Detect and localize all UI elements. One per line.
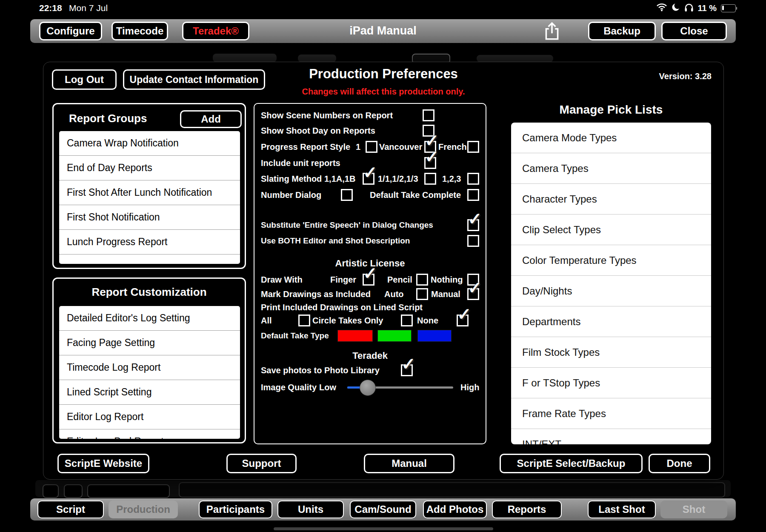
tab-script-label: Script	[56, 503, 85, 515]
take-type-red-swatch[interactable]	[337, 330, 373, 342]
scripte-website-button[interactable]: ScriptE Website	[57, 454, 149, 473]
manage-pick-lists-title: Manage Pick Lists	[511, 103, 711, 117]
tab-add-photos[interactable]: Add Photos	[423, 501, 487, 518]
pref-label: Show Scene Numbers on Report	[261, 108, 393, 123]
pick-list-item[interactable]: Day/Nights	[511, 276, 711, 306]
pref-label: Use BOTH Editor and Shot Description	[261, 233, 410, 249]
checkbox[interactable]: ✓	[401, 364, 413, 376]
list-item[interactable]: Lined Script Setting	[59, 380, 240, 405]
slider-high-label: High	[460, 380, 479, 395]
take-type-green-swatch[interactable]	[377, 330, 412, 342]
checkbox[interactable]: ✓	[363, 274, 374, 286]
pref-label: Include unit reports	[261, 155, 340, 171]
manual-button[interactable]: Manual	[364, 454, 454, 473]
close-button[interactable]: Close	[661, 22, 727, 40]
take-type-blue-swatch[interactable]	[417, 330, 452, 342]
list-item[interactable]: Camera Wrap Notification	[59, 131, 240, 156]
tab-cam-sound[interactable]: Cam/Sound	[350, 501, 416, 518]
report-customization-panel: Report Customization Detailed Editor's L…	[52, 277, 246, 443]
tab-reports[interactable]: Reports	[492, 501, 562, 518]
manage-pick-lists-label: Manage Pick Lists	[560, 103, 663, 116]
list-item[interactable]: Lunch Progress Report	[59, 230, 240, 255]
checkbox[interactable]: ✓	[416, 288, 428, 300]
list-item[interactable]: First Shot Notification	[59, 205, 240, 230]
checkbox[interactable]: ✓	[341, 189, 353, 201]
checkbox[interactable]: ✓	[363, 173, 374, 185]
tab-last-shot-label: Last Shot	[598, 503, 645, 515]
checkbox[interactable]: ✓	[366, 141, 377, 153]
pick-list-item[interactable]: Camera Types	[511, 153, 711, 184]
tab-script[interactable]: Script	[37, 501, 104, 518]
list-item[interactable]: Facing Page Setting	[59, 331, 240, 355]
tab-participants-label: Participants	[206, 503, 265, 515]
checkbox[interactable]: ✓	[467, 219, 479, 231]
checkbox[interactable]: ✓	[416, 274, 428, 286]
top-toolbar: Configure Timecode Teradek® iPad Manual …	[30, 19, 736, 43]
pref-row: Progress Report Style 1 ✓ Vancouver ✓ Fr…	[254, 139, 486, 154]
list-item[interactable]: Timecode Log Report	[59, 355, 240, 380]
tab-reports-label: Reports	[508, 503, 546, 515]
checkbox[interactable]: ✓	[424, 173, 436, 185]
checkbox[interactable]: ✓	[457, 315, 469, 326]
checkbox[interactable]: ✓	[467, 141, 479, 153]
background-remnant	[477, 55, 553, 62]
version-text: Version: 3.28	[659, 72, 712, 81]
list-item[interactable]: First Shot After Lunch Notification	[59, 180, 240, 205]
slider-knob[interactable]	[360, 380, 376, 396]
pick-list-item[interactable]: INT/EXT	[511, 429, 711, 444]
pick-list-item[interactable]: Departments	[511, 306, 711, 337]
list-item[interactable]: Detailed Editor's Log Setting	[59, 306, 240, 331]
production-preferences-modal: Log Out Update Contact Information Produ…	[43, 62, 724, 480]
share-icon[interactable]	[543, 21, 561, 43]
checkbox[interactable]: ✓	[467, 288, 479, 300]
pick-list-item[interactable]: Camera Mode Types	[511, 123, 711, 153]
pick-list-item[interactable]: Frame Rate Types	[511, 398, 711, 429]
checkbox[interactable]: ✓	[401, 315, 413, 326]
pref-label: Number Dialog	[261, 187, 321, 203]
bottom-toolbar: Script Production Participants Units Cam…	[30, 498, 736, 521]
list-item[interactable]: Editor Log Pad Report	[59, 429, 240, 439]
home-indicator[interactable]	[274, 527, 493, 530]
tab-last-shot[interactable]: Last Shot	[588, 501, 656, 518]
done-button[interactable]: Done	[649, 454, 710, 473]
pref-row: Draw With Finger ✓ Pencil ✓ Nothing ✓	[254, 272, 486, 287]
background-remnant	[64, 484, 83, 498]
tab-participants[interactable]: Participants	[199, 501, 272, 518]
checkbox[interactable]: ✓	[467, 235, 479, 247]
backup-button[interactable]: Backup	[588, 22, 656, 40]
list-item[interactable]: End of Day Reports	[59, 156, 240, 180]
add-label: Add	[201, 113, 221, 125]
option-label: Pencil	[387, 272, 412, 287]
scripte-select-backup-button[interactable]: ScriptE Select/Backup	[500, 454, 643, 473]
tab-production[interactable]: Production	[109, 501, 178, 518]
pref-label: Slating Method	[261, 171, 322, 186]
pref-row: Show Scene Numbers on Report ✓	[254, 108, 486, 123]
checkbox[interactable]: ✓	[423, 109, 434, 121]
pref-label: Default Take Complete	[370, 187, 461, 203]
add-report-group-button[interactable]: Add	[180, 110, 242, 128]
image-quality-row: Image Quality Low High	[254, 380, 486, 395]
pref-row: Use BOTH Editor and Shot Description ✓	[254, 233, 486, 249]
option-label: 1,1A,1B	[324, 171, 355, 186]
tab-units[interactable]: Units	[277, 501, 344, 518]
pick-list-item[interactable]: Clip Select Types	[511, 215, 711, 245]
checkbox[interactable]: ✓	[467, 189, 479, 201]
option-label: Circle Takes Only	[312, 313, 383, 328]
support-button[interactable]: Support	[226, 454, 297, 473]
pick-list-item[interactable]: Character Types	[511, 184, 711, 215]
battery-percent-text: 11 %	[698, 3, 717, 13]
image-quality-slider[interactable]	[347, 386, 453, 389]
tab-units-label: Units	[298, 503, 323, 515]
warning-text: Changes will affect this production only…	[43, 87, 723, 97]
checkbox[interactable]: ✓	[298, 315, 310, 326]
option-label: All	[261, 313, 272, 328]
pick-list-item[interactable]: F or TStop Types	[511, 368, 711, 398]
close-label: Close	[680, 25, 708, 37]
checkbox[interactable]: ✓	[424, 157, 436, 169]
pref-row: Slating Method 1,1A,1B ✓ 1/1,1/2,1/3 ✓ 1…	[254, 171, 486, 186]
checkbox[interactable]: ✓	[467, 173, 479, 185]
list-item[interactable]: Editor Log Report	[59, 405, 240, 429]
pick-list-item[interactable]: Color Temperature Types	[511, 245, 711, 276]
pick-list-item[interactable]: Film Stock Types	[511, 337, 711, 368]
scripte-select-backup-label: ScriptE Select/Backup	[517, 458, 626, 469]
